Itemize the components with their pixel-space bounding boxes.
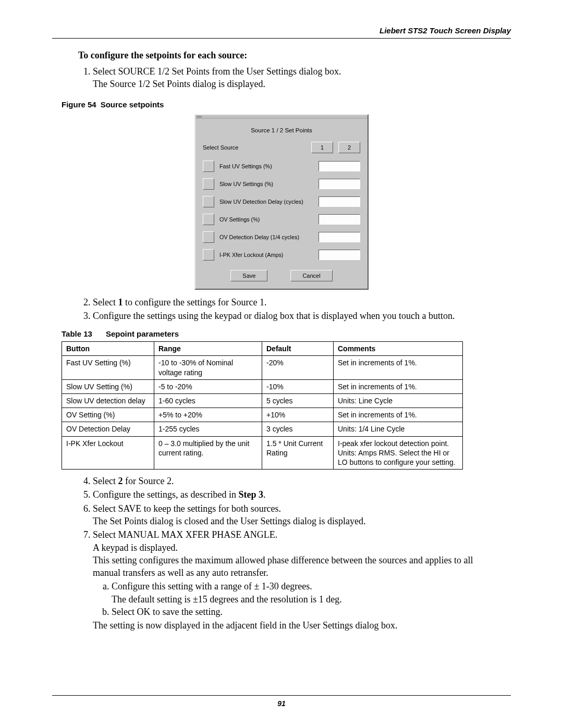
setpoint-table: Button Range Default Comments Fast UV Se… [62,341,463,470]
header-rule [52,38,511,39]
step-1: Select SOURCE 1/2 Set Points from the Us… [93,65,500,91]
figure-title: Source setpoints [101,100,164,109]
page-footer: 91 [52,695,511,708]
slow-uv-input[interactable] [319,179,360,189]
step-6: Select SAVE to keep the settings for bot… [93,502,500,528]
cell: +5% to +20% [154,408,262,422]
step-7-sublist: Configure this setting with a range of ±… [102,580,500,618]
cell: +10% [262,408,334,422]
step-7d: The setting is now displayed in the adja… [93,620,397,631]
field-ov-delay: OV Detection Delay (1/4 cycles) [203,231,360,243]
figure-caption: Figure 54Source setpoints [62,100,511,109]
dialog-body: Source 1 / 2 Set Points Select Source 1 … [195,119,368,289]
th-default: Default [262,342,334,356]
table-row: OV Setting (%) +5% to +20% +10% Set in i… [62,408,463,422]
step-5-bold: Step 3 [238,489,263,500]
step-7a: Select MANUAL MAX XFER PHASE ANGLE. [93,529,277,540]
ipk-label: I-PK Xfer Lockout (Amps) [219,252,313,258]
table-header-row: Button Range Default Comments [62,342,463,356]
slow-uv-label: Slow UV Settings (%) [219,181,313,187]
table-row: Slow UV Setting (%) -5 to -20% -10% Set … [62,379,463,393]
cell: OV Detection Delay [62,422,154,436]
steps-list-3: Select 2 for Source 2. Configure the set… [78,475,500,632]
cell: Set in increments of 1%. [334,379,463,393]
step-2-post: to configure the settings for Source 1. [123,297,266,307]
field-stub[interactable] [203,249,214,261]
ov-delay-label: OV Detection Delay (1/4 cycles) [219,234,313,240]
select-source-label: Select Source [203,144,238,151]
step-4-post: for Source 2. [123,476,174,486]
step-7: Select MANUAL MAX XFER PHASE ANGLE. A ke… [93,528,500,632]
ov-label: OV Settings (%) [219,216,313,223]
cell: OV Setting (%) [62,408,154,422]
cell: 3 cycles [262,422,334,436]
field-stub[interactable] [203,196,214,207]
ov-input[interactable] [319,214,360,225]
th-range: Range [154,342,262,356]
cell: Slow UV detection delay [62,393,154,408]
cell: Set in increments of 1%. [334,356,463,379]
cell: -10 to -30% of Nominal voltage rating [154,356,262,379]
field-fast-uv: Fast UV Settings (%) [203,161,360,172]
table-caption: Table 13Sepoint parameters [62,329,511,338]
cell: Units: Line Cycle [334,393,463,408]
cell: -5 to -20% [154,379,262,393]
slow-uv-delay-label: Slow UV Detection Delay (cycles) [219,199,313,205]
field-ipk: I-PK Xfer Lockout (Amps) [203,249,360,261]
step-7a-sub: Configure this setting with a range of ±… [112,580,500,606]
step-1-line2: The Source 1/2 Set Points dialog is disp… [93,79,265,89]
step-7c: This setting configures the maximum allo… [93,555,473,578]
cell: -10% [262,379,334,393]
select-source-row: Select Source 1 2 [203,142,360,153]
setpoints-dialog: Source 1 / 2 Set Points Select Source 1 … [194,114,369,290]
field-stub[interactable] [203,161,214,172]
fast-uv-input[interactable] [319,161,360,171]
ov-delay-input[interactable] [319,232,360,242]
source-1-button[interactable]: 1 [311,142,333,153]
field-stub[interactable] [203,178,214,190]
field-ov: OV Settings (%) [203,214,360,225]
cell: 1-255 cycles [154,422,262,436]
step-4: Select 2 for Source 2. [93,475,500,487]
step-5: Configure the settings, as described in … [93,488,500,501]
cell: Units: 1/4 Line Cycle [334,422,463,436]
step-2: Select 1 to configure the settings for S… [93,296,500,309]
table-number: Table 13 [62,329,92,338]
step-7b: A keypad is displayed. [93,542,178,553]
fast-uv-label: Fast UV Settings (%) [219,163,313,169]
dialog-button-row: Save Cancel [203,270,360,281]
cell: Set in increments of 1%. [334,408,463,422]
cell: 5 cycles [262,393,334,408]
footer-rule [52,695,511,696]
source-2-button[interactable]: 2 [338,142,360,153]
th-button: Button [62,342,154,356]
table-row: Slow UV detection delay 1-60 cycles 5 cy… [62,393,463,408]
steps-list-1: Select SOURCE 1/2 Set Points from the Us… [78,65,500,91]
cell: 0 – 3.0 multiplied by the unit current r… [154,436,262,470]
step-2-pre: Select [93,297,118,307]
steps-list-2: Select 1 to configure the settings for S… [78,296,500,323]
step-5-pre: Configure the settings, as described in [93,489,238,500]
table-row: Fast UV Setting (%) -10 to -30% of Nomin… [62,356,463,379]
save-button[interactable]: Save [230,270,267,281]
th-comments: Comments [334,342,463,356]
step-6a: Select SAVE to keep the settings for bot… [93,503,281,514]
step-7a-sub-1: Configure this setting with a range of ±… [112,581,312,591]
cancel-button[interactable]: Cancel [290,270,332,281]
dialog-title: Source 1 / 2 Set Points [203,127,360,133]
cell: I-PK Xfer Lockout [62,436,154,470]
slow-uv-delay-input[interactable] [319,196,360,207]
step-4-pre: Select [93,476,118,486]
cell: Fast UV Setting (%) [62,356,154,379]
field-stub[interactable] [203,231,214,243]
cell: Slow UV Setting (%) [62,379,154,393]
dialog-titlebar [195,115,368,119]
table-row: OV Detection Delay 1-255 cycles 3 cycles… [62,422,463,436]
cell: 1-60 cycles [154,393,262,408]
field-stub[interactable] [203,214,214,225]
step-3: Configure the settings using the keypad … [93,310,500,322]
ipk-input[interactable] [319,250,360,260]
step-7b-sub: Select OK to save the setting. [112,606,500,618]
section-title: To configure the setpoints for each sour… [78,50,503,61]
step-5-post: . [263,489,266,500]
